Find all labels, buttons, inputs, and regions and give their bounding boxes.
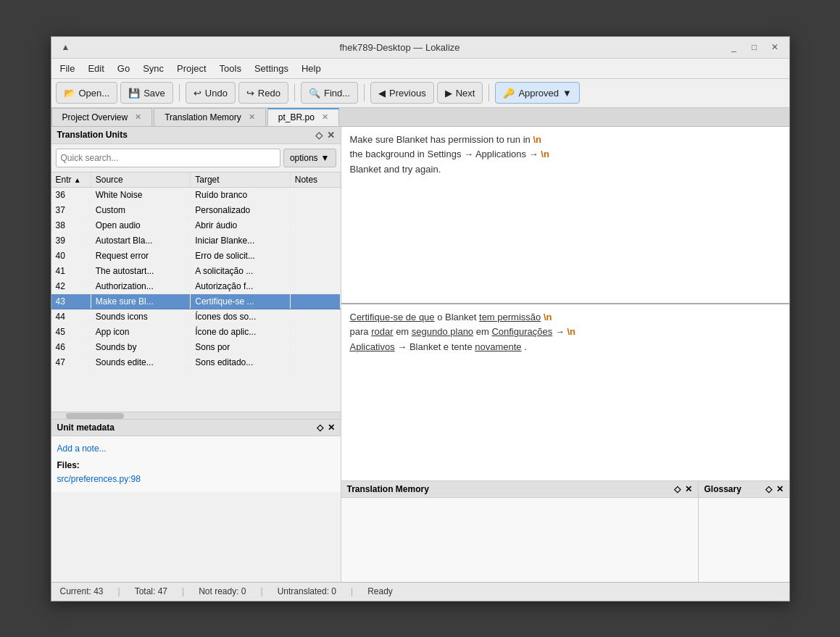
table-row[interactable]: 42 Authorization... Autorização f... xyxy=(51,278,341,293)
table-row[interactable]: 41 The autostart... A solicitação ... xyxy=(51,263,341,278)
minimize-button[interactable]: _ xyxy=(725,39,743,55)
maximize-button[interactable]: □ xyxy=(746,39,763,55)
find-button[interactable]: 🔍 Find... xyxy=(301,82,358,104)
table-row[interactable]: 44 Sounds icons Ícones dos so... xyxy=(51,309,341,324)
files-label: Files: xyxy=(57,460,80,470)
separator-2 xyxy=(294,84,295,101)
options-dropdown-icon: ▼ xyxy=(321,153,330,163)
menu-go[interactable]: Go xyxy=(112,61,136,76)
glossary-config-icon[interactable]: ◇ xyxy=(765,484,772,494)
next-icon: ▶ xyxy=(445,88,452,99)
menu-bar: File Edit Go Sync Project Tools Settings… xyxy=(51,59,789,79)
tab-project-overview[interactable]: Project Overview ✕ xyxy=(51,108,153,126)
table-row[interactable]: 45 App icon Ícone do aplic... xyxy=(51,324,341,339)
table-row[interactable]: 38 Open audio Abrir áudio xyxy=(51,217,341,233)
glossary-close-icon[interactable]: ✕ xyxy=(776,484,783,494)
approved-icon: 🔑 xyxy=(503,88,515,99)
search-icon: 🔍 xyxy=(309,88,320,99)
tu-config-icon[interactable]: ◇ xyxy=(315,130,323,141)
col-notes[interactable]: Notes xyxy=(290,172,340,188)
tu-header: Translation Units ◇ ✕ xyxy=(51,127,341,144)
tm-close-icon[interactable]: ✕ xyxy=(685,484,692,494)
previous-button[interactable]: ◀ Previous xyxy=(370,82,434,104)
menu-project[interactable]: Project xyxy=(171,61,212,76)
meta-close-icon[interactable]: ✕ xyxy=(328,422,335,433)
approved-button[interactable]: 🔑 Approved ▼ xyxy=(495,82,580,104)
translation-memory-panel: Translation Memory ◇ ✕ xyxy=(341,481,699,582)
search-input[interactable] xyxy=(56,149,280,167)
separator-3 xyxy=(364,84,365,101)
status-not-ready: Not ready: 0 xyxy=(187,586,257,596)
glossary-panel: Glossary ◇ ✕ xyxy=(699,481,789,582)
tu-header-controls: ◇ ✕ xyxy=(315,130,335,141)
previous-icon: ◀ xyxy=(378,88,386,99)
next-button[interactable]: ▶ Next xyxy=(437,82,483,104)
status-untranslated: Untranslated: 0 xyxy=(266,586,348,596)
status-current: Current: 43 xyxy=(60,586,115,596)
tab-close-ptbr[interactable]: ✕ xyxy=(322,112,328,122)
glossary-panel-header: Glossary ◇ ✕ xyxy=(699,481,789,498)
source-text-area: Make sure Blanket has permission to run … xyxy=(341,127,789,304)
separator-4 xyxy=(488,84,489,101)
add-note-link[interactable]: Add a note... xyxy=(57,444,107,454)
glossary-content xyxy=(699,498,789,582)
table-row[interactable]: 43 Make sure Bl... Certifique-se ... xyxy=(51,293,341,309)
menu-tools[interactable]: Tools xyxy=(214,61,247,76)
translation-text-area[interactable]: Certifique-se de que o Blanket tem permi… xyxy=(341,304,789,480)
tm-panel-header: Translation Memory ◇ ✕ xyxy=(341,481,698,498)
escape-2: \n xyxy=(541,149,549,159)
tab-close-project[interactable]: ✕ xyxy=(135,112,141,122)
table-row[interactable]: 46 Sounds by Sons por xyxy=(51,339,341,354)
options-button[interactable]: options ▼ xyxy=(283,149,336,167)
undo-icon: ↩ xyxy=(194,88,201,99)
tm-config-icon[interactable]: ◇ xyxy=(674,484,681,494)
toolbar: 📂 Open... 💾 Save ↩ Undo ↪ Redo 🔍 Find...… xyxy=(51,79,789,108)
title-bar: ▲ fhek789-Desktop — Lokalize _ □ ✕ xyxy=(51,37,789,59)
status-ready: Ready xyxy=(356,586,404,596)
undo-button[interactable]: ↩ Undo xyxy=(186,82,236,104)
table-row[interactable]: 40 Request error Erro de solicit... xyxy=(51,248,341,263)
escape-4: \n xyxy=(567,326,575,337)
col-source[interactable]: Source xyxy=(91,172,191,188)
status-total: Total: 47 xyxy=(123,586,179,596)
escape-1: \n xyxy=(533,134,541,145)
tm-content xyxy=(341,498,698,582)
file-link[interactable]: src/preferences.py:98 xyxy=(57,474,141,484)
menu-file[interactable]: File xyxy=(54,61,81,76)
menu-help[interactable]: Help xyxy=(296,61,327,76)
tab-pt-br[interactable]: pt_BR.po ✕ xyxy=(267,108,339,126)
redo-icon: ↪ xyxy=(246,88,254,99)
unit-meta-content: Add a note... Files: src/preferences.py:… xyxy=(51,436,341,493)
redo-button[interactable]: ↪ Redo xyxy=(238,82,288,104)
window-controls: _ □ ✕ xyxy=(725,39,783,55)
close-button[interactable]: ✕ xyxy=(766,39,783,55)
separator-1 xyxy=(179,84,180,101)
table-row[interactable]: 39 Autostart Bla... Iniciar Blanke... xyxy=(51,233,341,248)
save-icon: 💾 xyxy=(128,88,140,99)
collapse-button[interactable]: ▲ xyxy=(57,39,75,55)
app-title: fhek789-Desktop — Lokalize xyxy=(75,42,725,53)
tab-close-tm[interactable]: ✕ xyxy=(249,112,255,122)
escape-3: \n xyxy=(544,312,552,322)
translation-units-table: Entr ▲ Source Target Notes 36 Whi xyxy=(51,172,341,370)
menu-edit[interactable]: Edit xyxy=(82,61,109,76)
table-row[interactable]: 37 Custom Personalizado xyxy=(51,202,341,217)
col-entry[interactable]: Entr ▲ xyxy=(51,172,91,188)
bottom-panels: Translation Memory ◇ ✕ Glossary xyxy=(341,480,789,582)
title-bar-left: ▲ xyxy=(57,39,75,55)
save-button[interactable]: 💾 Save xyxy=(120,82,173,104)
tu-close-icon[interactable]: ✕ xyxy=(327,130,335,141)
meta-config-icon[interactable]: ◇ xyxy=(317,422,323,433)
menu-settings[interactable]: Settings xyxy=(249,61,294,76)
menu-sync[interactable]: Sync xyxy=(137,61,170,76)
tab-translation-memory[interactable]: Translation Memory ✕ xyxy=(154,108,266,126)
table-row[interactable]: 36 White Noise Ruído branco xyxy=(51,187,341,202)
unit-meta-header: Unit metadata ◇ ✕ xyxy=(51,420,341,436)
open-icon: 📂 xyxy=(64,88,75,99)
table-row[interactable]: 47 Sounds edite... Sons editado... xyxy=(51,354,341,370)
approved-dropdown-icon: ▼ xyxy=(562,88,572,99)
col-target[interactable]: Target xyxy=(191,172,291,188)
unit-metadata-panel: Unit metadata ◇ ✕ Add a note... Files: s… xyxy=(51,419,341,493)
open-button[interactable]: 📂 Open... xyxy=(56,82,118,104)
status-bar: Current: 43 | Total: 47 | Not ready: 0 |… xyxy=(51,582,789,601)
